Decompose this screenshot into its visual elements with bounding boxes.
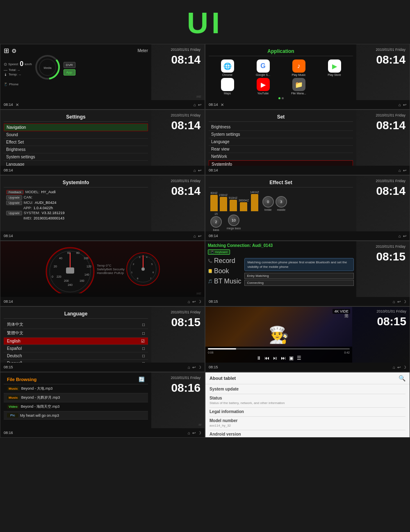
- next-button[interactable]: ⏭: [281, 355, 286, 361]
- speed-value: 0: [20, 60, 23, 68]
- lang-spanish[interactable]: Español □: [4, 345, 148, 352]
- home-icon-bt[interactable]: ⌂: [393, 299, 395, 304]
- lang-german[interactable]: Deutsch □: [4, 352, 148, 360]
- status-section[interactable]: Status Status of the battery, network, a…: [210, 396, 405, 405]
- bass-knob[interactable]: 2: [210, 216, 222, 228]
- app-chrome[interactable]: 🌐 Chrome: [210, 59, 244, 76]
- app-maps[interactable]: 🗺 Maps: [210, 78, 244, 95]
- app-google[interactable]: G Google S...: [246, 59, 280, 76]
- status-title: Status: [210, 396, 405, 400]
- upgrade-button-2[interactable]: Upgrade: [6, 201, 22, 205]
- home-icon-lang[interactable]: ⌂: [188, 365, 190, 370]
- settings-item-effectset[interactable]: Effect Set: [4, 139, 148, 146]
- treble-knob[interactable]: 0: [262, 196, 274, 208]
- effectset-date: 2010/01/01 Friday: [376, 179, 405, 183]
- sleep-icon-bt[interactable]: ☽: [403, 299, 406, 304]
- set-date: 2010/01/01 Friday: [376, 113, 405, 117]
- legal-section[interactable]: Legal information: [210, 409, 405, 414]
- pause-button[interactable]: ⏯: [273, 355, 278, 361]
- back-icon-dash[interactable]: ↩: [192, 299, 196, 304]
- set-item-brightness[interactable]: Brightness: [209, 123, 353, 131]
- settings-item-navigation[interactable]: Navigation: [4, 123, 148, 131]
- lang-traditional-chinese[interactable]: 繁體中文 □: [4, 329, 148, 338]
- settings-item-brightness[interactable]: Brightness: [4, 146, 148, 153]
- eq-bar-14khz: 14KHZ: [250, 191, 259, 211]
- lang-english[interactable]: English ☑: [4, 338, 148, 345]
- back-icon-set[interactable]: ↩: [403, 168, 406, 173]
- file-list: Music Beyond - 大地.mp3 Music Beyond - 光辉岁…: [4, 384, 148, 420]
- set-item-rearview[interactable]: Rear view: [209, 146, 353, 153]
- app-youtube[interactable]: ▶ YouTube: [246, 78, 280, 95]
- settings-list: Navigation Sound Effect Set Brightness S…: [4, 123, 148, 168]
- aspect-button[interactable]: ▣: [289, 355, 294, 361]
- feedback-button[interactable]: Feedback: [6, 190, 24, 194]
- back-icon-file[interactable]: ↩: [192, 431, 196, 435]
- home-icon-set[interactable]: ⌂: [399, 168, 401, 173]
- lang-simplified-chinese[interactable]: 简体中文 □: [4, 320, 148, 329]
- sleep-icon-dash[interactable]: ☽: [198, 299, 201, 304]
- bt-record[interactable]: 📞 Record: [208, 256, 241, 265]
- home-icon-app[interactable]: ⌂: [399, 103, 401, 107]
- back-icon-video[interactable]: ↩: [397, 365, 401, 370]
- sleep-icon-video[interactable]: ☽: [403, 365, 406, 370]
- bt-music[interactable]: 🎵 BT Music: [208, 277, 241, 286]
- search-icon[interactable]: 🔍: [399, 375, 405, 381]
- app-button[interactable]: App: [64, 69, 75, 75]
- app-play-music[interactable]: ♪ Play Music: [282, 59, 316, 76]
- set-item-network[interactable]: NetWork: [209, 153, 353, 160]
- back-icon-settings[interactable]: ↩: [198, 168, 201, 173]
- sysinfo-content: Feedback MODEL: HY_Audi Upgrade CAN: Upg…: [4, 189, 148, 222]
- middle-knob[interactable]: 3: [276, 196, 287, 208]
- settings-bar-time: 08:14: [4, 168, 13, 172]
- lang-time: 08:15: [171, 316, 200, 329]
- home-icon[interactable]: ⌂: [194, 103, 196, 107]
- refresh-icon[interactable]: 🔄: [139, 377, 145, 382]
- sleep-icon-file[interactable]: ☽: [198, 431, 201, 435]
- prev-button[interactable]: ⏮: [264, 355, 269, 361]
- back-icon-app[interactable]: ↩: [403, 103, 406, 107]
- settings-panel: Settings Navigation Sound Effect Set Bri…: [0, 110, 205, 175]
- home-icon-file[interactable]: ⌂: [188, 431, 190, 435]
- bt-book[interactable]: 📒 Book: [208, 267, 241, 276]
- app-files[interactable]: 📁 File Mana...: [282, 78, 316, 95]
- play-button[interactable]: ⏸: [256, 355, 261, 361]
- home-icon-sysinfo[interactable]: ⌂: [194, 234, 196, 238]
- dvr-button[interactable]: DVR: [64, 62, 75, 68]
- upgrade-button-1[interactable]: Upgrade: [6, 195, 22, 200]
- settings-item-sound[interactable]: Sound: [4, 131, 148, 139]
- file-item-1[interactable]: Music Beyond - 大地.mp3: [4, 384, 148, 393]
- file-item-4[interactable]: Pic My heart will go on.mp3: [4, 411, 148, 420]
- system-update-section[interactable]: System update: [210, 387, 405, 391]
- video-time: 0:06 0:42: [208, 351, 350, 354]
- back-icon[interactable]: ↩: [198, 103, 201, 107]
- list-button[interactable]: ☰: [297, 355, 301, 361]
- sysinfo-bar-time: 08:14: [4, 234, 13, 238]
- home-icon-dash[interactable]: ⌂: [188, 299, 190, 304]
- middle-label: middle: [277, 208, 285, 211]
- megabass-knob[interactable]: 10: [228, 215, 239, 226]
- keyboard-button[interactable]: 📱 Keyboard: [208, 249, 230, 255]
- video-progress[interactable]: [208, 348, 350, 349]
- sleep-icon-lang[interactable]: ☽: [198, 365, 201, 370]
- btmusic-label: BT Music: [214, 278, 241, 285]
- set-item-language[interactable]: Language: [209, 138, 353, 146]
- chrome-icon: 🌐: [221, 59, 234, 73]
- back-icon-lang[interactable]: ↩: [192, 365, 196, 370]
- svg-text:220: 220: [57, 275, 61, 278]
- video-controls: ⏸ ⏮ ⏯ ⏭ ▣ ☰: [208, 355, 350, 361]
- home-icon-effectset[interactable]: ⌂: [399, 234, 401, 238]
- file-item-3[interactable]: Video Beyond - 海阔天空.mp3: [4, 402, 148, 411]
- back-icon-effectset[interactable]: ↩: [403, 234, 406, 238]
- google-icon: G: [257, 59, 270, 73]
- home-icon-settings[interactable]: ⌂: [194, 168, 196, 173]
- settings-item-system[interactable]: System settings: [4, 153, 148, 161]
- back-icon-bt[interactable]: ↩: [397, 299, 401, 304]
- set-item-system[interactable]: System settings: [209, 131, 353, 138]
- app-play-store[interactable]: ▶ Play Store: [317, 59, 351, 76]
- set-time: 08:14: [376, 119, 405, 132]
- file-item-2[interactable]: Music Beyond - 光辉岁月.mp3: [4, 393, 148, 402]
- back-icon-sysinfo[interactable]: ↩: [198, 234, 201, 238]
- home-icon-video[interactable]: ⌂: [393, 365, 395, 370]
- bt-time: 08:15: [376, 250, 405, 263]
- upgrade-button-3[interactable]: Upgrade: [6, 211, 22, 215]
